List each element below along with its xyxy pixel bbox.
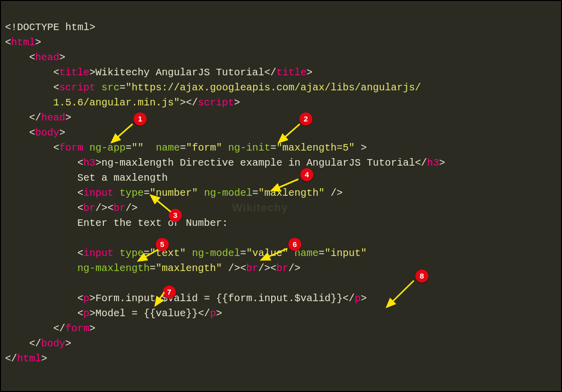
badge-6: 6: [288, 238, 301, 251]
badge-1: 1: [134, 112, 147, 125]
badge-8: 8: [415, 270, 428, 283]
badge-7: 7: [163, 286, 176, 299]
badge-3: 3: [169, 209, 182, 222]
badge-2: 2: [299, 112, 312, 125]
badge-5: 5: [156, 238, 169, 251]
code-line: <!DOCTYPE html>: [5, 22, 95, 33]
badge-4: 4: [300, 168, 313, 181]
code-block: <!DOCTYPE html> <html> <head> <title>Wik…: [5, 5, 557, 366]
